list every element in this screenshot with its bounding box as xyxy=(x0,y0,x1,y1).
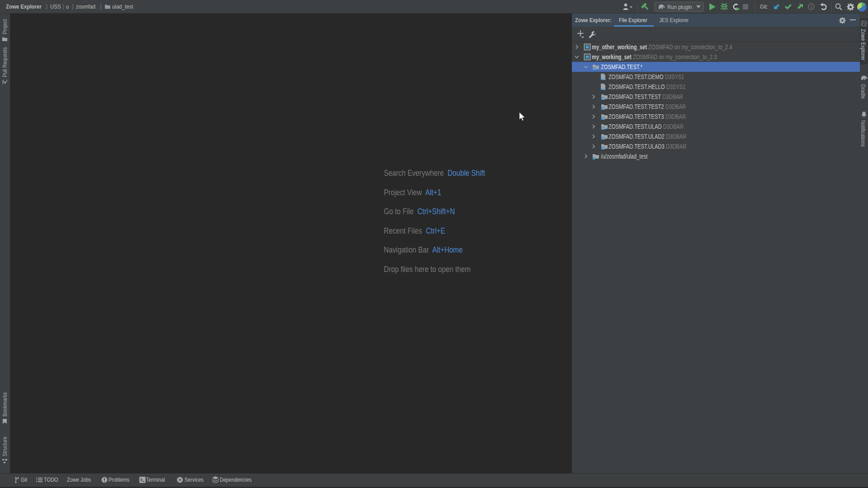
svg-text:DS: DS xyxy=(601,117,605,120)
svg-text:DS: DS xyxy=(593,67,596,70)
svg-text:DS: DS xyxy=(601,97,605,100)
svg-text:DS: DS xyxy=(601,78,604,80)
svg-text:DS: DS xyxy=(601,137,605,140)
svg-text:DS: DS xyxy=(601,107,605,110)
svg-text:Z: Z xyxy=(863,21,865,26)
svg-text:DS: DS xyxy=(601,147,605,150)
svg-text:DS: DS xyxy=(601,88,604,90)
svg-text:DS: DS xyxy=(601,127,605,130)
